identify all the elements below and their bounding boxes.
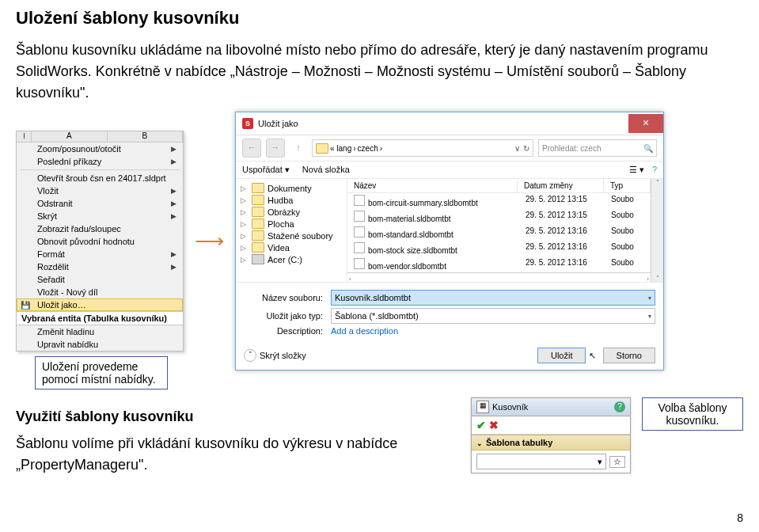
save-icon: 💾 — [21, 301, 32, 312]
file-row[interactable]: bom-material.sldbomtbt29. 5. 2012 13:15S… — [347, 209, 651, 225]
tree-drive-c[interactable]: ▷Acer (C:) — [236, 253, 347, 265]
file-list: Název Datum změny Typ bom-circuit-summar… — [347, 179, 651, 282]
menu-restore-original[interactable]: Obnovit původní hodnotu — [17, 235, 183, 248]
menu-delete[interactable]: Odstranit▶ — [17, 197, 183, 210]
cursor-icon: ↖ — [589, 351, 596, 360]
drive-icon — [252, 254, 264, 264]
save-button[interactable]: Uložit — [537, 348, 586, 363]
col-b: B — [108, 131, 184, 142]
search-input[interactable]: Prohledat: czech 🔍 — [538, 139, 657, 157]
refresh-icon[interactable]: ↻ — [523, 144, 529, 153]
col-header-name[interactable]: Název — [347, 179, 518, 192]
col-a: A — [32, 131, 108, 142]
paragraph-use-template: Šablonu volíme při vkládání kusovníku do… — [16, 433, 455, 476]
pm-ok-button[interactable]: ✔ — [476, 419, 486, 431]
cancel-button[interactable]: Storno — [603, 348, 655, 363]
solidworks-icon: S — [242, 118, 253, 129]
col-header-type[interactable]: Typ — [604, 179, 651, 192]
hide-folders-button[interactable]: ˄Skrýt složky — [244, 349, 306, 362]
organize-menu[interactable]: Uspořádat ▾ — [242, 165, 290, 175]
menu-zoom[interactable]: Zoom/posunout/otočit▶ — [17, 142, 183, 155]
bom-icon: ▦ — [476, 401, 489, 413]
menu-sort[interactable]: Seřadit — [17, 273, 183, 286]
filename-label: Název souboru: — [244, 293, 323, 302]
filetype-label: Uložit jako typ: — [244, 311, 323, 321]
help-icon[interactable]: ? — [652, 165, 657, 175]
menu-customize[interactable]: Upravit nabídku — [17, 338, 183, 351]
tree-downloads[interactable]: ▷Stažené soubory — [236, 230, 347, 241]
file-row[interactable]: bom-vendor.sldbomtbt29. 5. 2012 13:16Sou… — [347, 256, 651, 272]
file-row[interactable]: bom-stock size.sldbomtbt29. 5. 2012 13:1… — [347, 241, 651, 256]
menu-recent[interactable]: Poslední příkazy▶ — [17, 155, 183, 168]
description-link[interactable]: Add a description — [331, 326, 655, 336]
tree-desktop[interactable]: ▷Plocha — [236, 218, 347, 230]
menu-format[interactable]: Formát▶ — [17, 248, 183, 260]
tree-pictures[interactable]: ▷Obrázky — [236, 206, 347, 218]
pm-section-template[interactable]: ⌄Šablona tabulky — [472, 435, 630, 450]
search-icon: 🔍 — [643, 144, 653, 153]
dropdown-icon[interactable]: ∨ — [514, 144, 520, 153]
folder-icon — [316, 143, 328, 154]
chevron-up-icon: ˄ — [244, 349, 256, 362]
menu-save-as[interactable]: 💾Uložit jako… — [17, 298, 183, 311]
menu-open-part[interactable]: Otevřít šroub čsn en 24017.sldprt — [17, 172, 183, 184]
forward-button[interactable]: → — [266, 139, 285, 158]
pm-help-icon[interactable]: ? — [614, 401, 625, 412]
up-button[interactable]: ↑ — [290, 139, 307, 157]
menu-insert[interactable]: Vložit▶ — [17, 184, 183, 197]
menu-hide[interactable]: Skrýt▶ — [17, 210, 183, 222]
new-folder-button[interactable]: Nová složka — [302, 165, 350, 175]
tree-videos[interactable]: ▷Videa — [236, 241, 347, 253]
save-as-dialog: S Uložit jako × ← → ↑ « lang› czech› ∨↻ … — [235, 112, 664, 370]
vertical-scrollbar[interactable]: ˄˅ — [651, 179, 663, 282]
arrow-icon: ⟶ — [195, 229, 224, 253]
heading-save-template: Uložení šablony kusovníku — [16, 8, 743, 28]
gripper-icon: ⁞ — [17, 131, 32, 142]
filename-input[interactable]: Kusovník.sldbomtbt▾ — [331, 290, 655, 306]
description-label: Description: — [244, 326, 323, 336]
paragraph-save-template: Šablonu kusovníku ukládáme na libovolné … — [16, 40, 743, 104]
col-header-date[interactable]: Datum změny — [518, 179, 604, 192]
file-row[interactable]: bom-standard.sldbomtbt29. 5. 2012 13:16S… — [347, 225, 651, 241]
close-button[interactable]: × — [628, 114, 663, 133]
path-bar[interactable]: « lang› czech› ∨↻ — [312, 139, 533, 157]
callout-choose-template: Volba šablony kusovníku. — [642, 397, 743, 431]
menu-insert-new-part[interactable]: Vložit - Nový díl — [17, 286, 183, 298]
pm-browse-button[interactable]: ☆ — [609, 456, 625, 468]
menu-section-label: Vybraná entita (Tabulka kusovníku) — [17, 311, 183, 325]
filetype-select[interactable]: Šablona (*.sldbomtbt)▾ — [331, 308, 655, 324]
tree-documents[interactable]: ▷Dokumenty — [236, 182, 347, 194]
collapse-icon: ⌄ — [476, 439, 483, 447]
menu-split[interactable]: Rozdělit▶ — [17, 260, 183, 273]
pm-title: Kusovník — [492, 402, 528, 412]
heading-use-template: Využití šablony kusovníku — [16, 408, 455, 425]
callout-save-via-menu: Uložení provedeme pomocí místní nabídky. — [35, 356, 168, 390]
view-icon[interactable]: ☰ ▾ — [629, 165, 644, 175]
pm-cancel-button[interactable]: ✖ — [489, 419, 499, 431]
folder-tree[interactable]: ▷Dokumenty ▷Hudba ▷Obrázky ▷Plocha ▷Staž… — [236, 179, 347, 282]
tree-music[interactable]: ▷Hudba — [236, 194, 347, 206]
dialog-title: Uložit jako — [258, 119, 298, 128]
file-row[interactable]: bom-circuit-summary.sldbomtbt29. 5. 2012… — [347, 193, 651, 209]
back-button[interactable]: ← — [242, 139, 261, 158]
menu-show-row-col[interactable]: Zobrazit řadu/sloupec — [17, 222, 183, 235]
pm-template-select[interactable]: ▾ — [476, 454, 606, 469]
property-manager-panel: ▦ Kusovník ? ✔ ✖ ⌄Šablona tabulky ▾ ☆ — [471, 397, 631, 473]
menu-change-layer[interactable]: Změnit hladinu — [17, 325, 183, 338]
context-menu: ⁞ A B Zoom/posunout/otočit▶ Poslední pří… — [16, 131, 184, 352]
